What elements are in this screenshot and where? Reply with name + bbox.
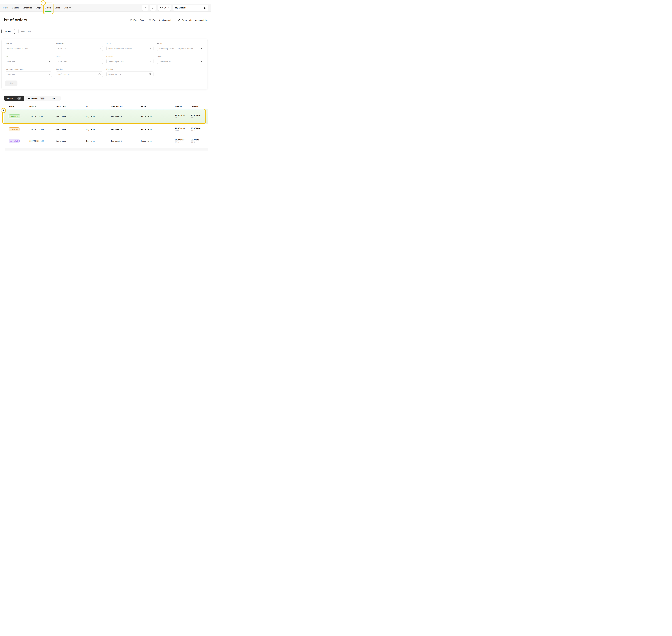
field-label: End time (106, 68, 154, 70)
column-header-store-chain: Store chain (56, 105, 86, 107)
place-id-text-input[interactable] (58, 60, 101, 62)
tab-processed[interactable]: Processed 286 (24, 96, 49, 101)
created-date: 26.07.2024 (175, 127, 191, 129)
filter-field-place-id: Place ID (56, 55, 103, 64)
cell-changed: 26.07.2024 14:12 (191, 139, 207, 143)
created-date: 26.07.2024 (175, 139, 191, 141)
select-placeholder: Enter title (58, 47, 66, 49)
cell-order-no: 230726-1234569 (29, 140, 56, 142)
platform-select[interactable]: Select a platform (106, 59, 154, 64)
nav-item-pickers[interactable]: Pickers (2, 4, 8, 12)
cell-changed: 26.07.2024 14:33 (191, 127, 207, 132)
logistics-company-select[interactable]: Enter title (5, 72, 52, 77)
dropdown-caret-icon (150, 61, 152, 62)
nav-item-shops[interactable]: Shops (36, 4, 41, 12)
table-row[interactable]: Accepted 230726-1234569 Brand name City … (4, 135, 207, 147)
filter-field-store-chain: Store chain Enter title (56, 42, 103, 51)
changed-date: 26.07.2024 (191, 139, 207, 141)
picker-select[interactable]: Search by name, ID, or phone number (157, 46, 204, 51)
nav-item-catalog[interactable]: Catalog (12, 4, 19, 12)
my-account-button[interactable]: My account (173, 4, 208, 11)
created-time: 11:09 (175, 130, 191, 132)
status-select[interactable]: Select status (157, 59, 204, 64)
next-row-partial (4, 148, 207, 151)
cell-store-chain: Brand name (56, 115, 86, 117)
nav-item-users[interactable]: Users (55, 4, 60, 12)
select-placeholder: Enter title (7, 73, 15, 75)
field-label: City (5, 55, 52, 57)
column-header-created: Created (175, 105, 191, 107)
filters-button[interactable]: Filters (1, 28, 15, 34)
search-by-id-input[interactable] (18, 28, 46, 34)
filter-field-start-time: Start time MM/DD/YYYY (56, 68, 103, 77)
filter-field-city: City Enter title (5, 55, 52, 64)
select-placeholder: Search by name, ID, or phone number (159, 47, 193, 49)
cell-city: City name (86, 115, 111, 117)
calendar-icon (98, 73, 101, 76)
column-header-store-address: Store address (111, 105, 141, 107)
cell-order-no: 230726-1234567 (29, 115, 56, 117)
nav-item-orders[interactable]: Orders 1 (45, 4, 51, 12)
export-ratings-complaints-label: Export ratings and complaints (182, 19, 208, 21)
language-code: EN (164, 7, 166, 9)
start-time-date-input[interactable]: MM/DD/YYYY (56, 72, 103, 77)
city-select[interactable]: Enter title (5, 59, 52, 64)
store-select[interactable]: Enter a name and address (106, 46, 154, 51)
info-icon (152, 6, 155, 9)
orders-table: Status Order No. Store chain City Store … (4, 101, 207, 151)
table-row[interactable]: Prepared 230726-1234568 Brand name City … (4, 123, 207, 135)
select-placeholder: Select status (159, 60, 171, 62)
field-label: Order № (5, 42, 52, 44)
filter-field-picker: Picker Search by name, ID, or phone numb… (157, 42, 204, 51)
changed-time: 14:12 (191, 141, 207, 143)
tab-active-label: Active (7, 97, 13, 99)
status-badge: Prepared (8, 127, 19, 131)
export-item-information-button[interactable]: Export item information (149, 19, 173, 21)
place-id-input[interactable] (56, 59, 103, 64)
info-button[interactable] (150, 4, 156, 11)
filter-field-end-time: End time MM/DD/YYYY (106, 68, 154, 77)
date-placeholder: MM/DD/YYYY (108, 73, 121, 75)
edit-button[interactable] (142, 4, 148, 11)
dropdown-caret-icon (48, 74, 50, 75)
date-placeholder: MM/DD/YYYY (58, 73, 71, 75)
cell-picker: Picker name (141, 115, 175, 117)
nav-item-orders-label: Orders (45, 6, 51, 9)
column-header-status: Status (8, 105, 29, 107)
calendar-icon (149, 73, 152, 76)
table-row[interactable]: 2 New order 230726-1234567 Brand name Ci… (4, 109, 207, 123)
nav-item-more[interactable]: More (64, 4, 71, 12)
export-csv-button[interactable]: Export CSV (130, 19, 144, 21)
user-icon (203, 6, 206, 9)
upload-icon (149, 19, 151, 21)
field-label: Status (157, 55, 204, 57)
cell-store-address: Test street, 5 (111, 140, 141, 142)
clear-filters-button[interactable]: Clear (5, 80, 18, 86)
globe-icon (160, 6, 163, 9)
nav-item-schedules[interactable]: Schedules (23, 4, 32, 12)
field-label: Platform (106, 55, 154, 57)
order-number-input[interactable] (5, 46, 52, 51)
column-header-city: City (86, 105, 111, 107)
edit-icon (144, 6, 146, 9)
chevron-down-icon (167, 7, 169, 8)
topbar-actions: EN My account (142, 4, 208, 11)
cell-created: 26.07.2024 22:22 (175, 139, 191, 143)
order-number-text-input[interactable] (7, 47, 50, 49)
store-chain-select[interactable]: Enter title (56, 46, 103, 51)
tab-processed-label: Processed (28, 97, 38, 99)
chevron-down-icon (69, 7, 71, 8)
changed-date: 26.07.2024 (191, 114, 207, 116)
export-item-information-label: Export item information (153, 19, 173, 21)
end-time-date-input[interactable]: MM/DD/YYYY (106, 72, 154, 77)
upload-icon (178, 19, 180, 21)
nav-item-more-label: More (64, 6, 68, 9)
filter-field-logistics-company: Logistics company name Enter title (5, 68, 52, 77)
changed-date: 26.07.2024 (191, 127, 207, 129)
tab-active[interactable]: Active 19 (4, 96, 24, 101)
language-selector[interactable]: EN (158, 4, 171, 11)
column-header-order-no: Order No. (29, 105, 56, 107)
export-ratings-complaints-button[interactable]: Export ratings and complaints (178, 19, 208, 21)
tab-all[interactable]: All (49, 96, 61, 101)
filter-grid-empty-cell (157, 68, 204, 77)
